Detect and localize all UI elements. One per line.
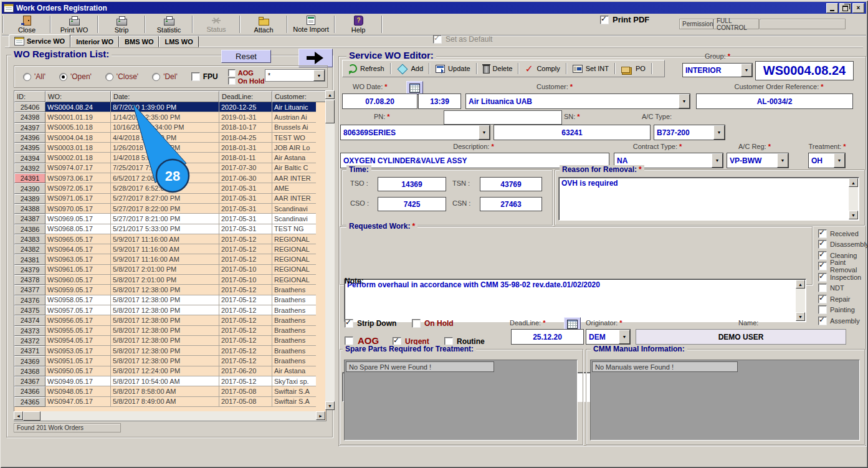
table-row[interactable]: 24378 WS0960.05.17 5/8/2017 2:01:00 PM 2… bbox=[14, 275, 326, 285]
dropdown-arrow-icon[interactable]: ▼ bbox=[712, 153, 723, 168]
wo-search-dropdown[interactable]: * ▼ bbox=[265, 69, 325, 82]
table-row[interactable]: 25406 WS0004.08.24 8/7/2020 1:39:00 PM 2… bbox=[14, 102, 326, 112]
table-row[interactable]: 24373 WS0955.05.17 5/8/2017 12:38:00 PM … bbox=[14, 326, 326, 336]
checkbox-received[interactable]: Received bbox=[818, 228, 867, 239]
pn-dropdown[interactable]: 806369SERIES ▼ bbox=[340, 125, 490, 140]
table-row[interactable]: 24391 WS0973.06.17 6/5/2017 2:08:00 PM 2… bbox=[14, 173, 326, 183]
dropdown-arrow-icon[interactable]: ▼ bbox=[834, 153, 845, 168]
table-row[interactable]: 24372 WS0954.05.17 5/8/2017 12:38:00 PM … bbox=[14, 336, 326, 346]
table-row[interactable]: 24374 WS0956.05.17 5/8/2017 12:38:00 PM … bbox=[14, 315, 326, 325]
note-import-button[interactable]: Note Import bbox=[289, 14, 333, 35]
table-row[interactable]: 24395 WS0003.01.18 1/26/2018 5:00:00 PM … bbox=[14, 143, 326, 153]
tab-bms-wo[interactable]: BMS WO bbox=[119, 36, 159, 47]
scroll-up-icon[interactable]: ▲ bbox=[796, 280, 805, 289]
set-int-button[interactable]: Set INT bbox=[567, 62, 614, 75]
table-row[interactable]: 24377 WS0959.05.17 5/8/2017 12:38:00 PM … bbox=[14, 285, 326, 295]
checkbox-inspection[interactable]: Inspection bbox=[818, 272, 867, 283]
table-row[interactable]: 24392 WS0974.07.17 7/25/2017 7:00:00 PM … bbox=[14, 163, 326, 173]
tab-service-wo[interactable]: Service WO bbox=[9, 34, 70, 47]
scroll-up-icon[interactable]: ▲ bbox=[325, 90, 335, 99]
tso-field[interactable]: 14369 bbox=[378, 177, 446, 191]
dropdown-arrow-icon[interactable]: ▼ bbox=[713, 125, 725, 140]
checkbox-repair[interactable]: Repair bbox=[818, 294, 867, 305]
acreg-dropdown[interactable]: VP-BWW ▼ bbox=[727, 153, 789, 168]
group-dropdown[interactable]: INTERIOR ▼ bbox=[682, 63, 753, 77]
radio-all[interactable]: 'All' bbox=[23, 72, 45, 81]
table-row[interactable]: 24387 WS0969.05.17 5/27/2017 8:21:00 PM … bbox=[14, 214, 326, 224]
attach-button[interactable]: Attach bbox=[241, 14, 286, 35]
onhold-filter-checkbox[interactable]: On Hold bbox=[228, 77, 265, 85]
tab-interior-wo[interactable]: Interior WO bbox=[70, 36, 119, 47]
update-button[interactable]: Update bbox=[430, 62, 475, 75]
checkbox-paint-removal[interactable]: Paint Removal bbox=[818, 261, 867, 272]
strip-down-checkbox[interactable]: Strip Down bbox=[345, 319, 396, 328]
scroll-up-icon[interactable]: ▲ bbox=[849, 178, 858, 187]
customer-order-reference-field[interactable]: AL-0034/2 bbox=[696, 93, 853, 109]
reason-textarea[interactable]: OVH is required ▲ ▼ bbox=[558, 177, 859, 221]
col-header-customer[interactable]: Customer: bbox=[272, 91, 326, 102]
col-header-date[interactable]: Date: bbox=[111, 91, 219, 102]
wo-date-field[interactable]: 07.08.20 bbox=[342, 93, 417, 109]
table-row[interactable]: 24366 WS0948.05.17 5/8/2017 8:58:00 AM 2… bbox=[14, 386, 326, 396]
reason-scrollbar[interactable]: ▲ ▼ bbox=[849, 178, 858, 219]
tsn-field[interactable]: 43769 bbox=[480, 177, 542, 191]
delete-button[interactable]: Delete bbox=[477, 62, 518, 75]
col-header-wo[interactable]: WO: bbox=[45, 91, 111, 102]
csn-field[interactable]: 27463 bbox=[480, 197, 542, 211]
minimize-button[interactable] bbox=[826, 3, 838, 13]
scroll-down-icon[interactable]: ▼ bbox=[325, 401, 335, 410]
table-row[interactable]: 24375 WS0957.05.17 5/8/2017 12:38:00 PM … bbox=[14, 305, 326, 315]
table-row[interactable]: 24367 WS0949.05.17 5/8/2017 10:54:00 AM … bbox=[14, 376, 326, 386]
on-hold-checkbox[interactable]: On Hold bbox=[412, 319, 454, 328]
table-row[interactable]: 24382 WS0964.05.17 5/9/2017 11:16:00 AM … bbox=[14, 244, 326, 254]
vertical-scroll-thumb[interactable] bbox=[325, 100, 335, 123]
table-row[interactable]: 24394 WS0002.01.18 1/4/2018 5:00:00 PM 2… bbox=[14, 153, 326, 163]
table-row[interactable]: 24369 WS0951.05.17 5/8/2017 12:38:00 PM … bbox=[14, 356, 326, 366]
table-row[interactable]: 24379 WS0961.05.17 5/8/2017 2:01:00 PM 2… bbox=[14, 265, 326, 275]
radio-del[interactable]: 'Del' bbox=[152, 72, 178, 81]
checkbox-assembly[interactable]: Assembly bbox=[818, 315, 867, 327]
col-header-deadline[interactable]: DeadLine: bbox=[219, 91, 272, 102]
requested-work-textarea[interactable]: Perform overhaul in accordance with CMM … bbox=[344, 279, 806, 322]
scroll-left-icon[interactable]: ◄ bbox=[14, 411, 23, 420]
fpu-checkbox[interactable]: FPU bbox=[191, 72, 218, 81]
add-button[interactable]: Add bbox=[391, 62, 429, 75]
dropdown-arrow-icon[interactable]: ▼ bbox=[741, 64, 752, 77]
status-button[interactable]: Status bbox=[194, 14, 239, 35]
dropdown-arrow-icon[interactable]: ▼ bbox=[679, 94, 690, 108]
po-button[interactable]: PO bbox=[616, 62, 651, 75]
close-button[interactable]: Close bbox=[4, 14, 49, 35]
table-row[interactable]: 24383 WS0965.05.17 5/9/2017 11:16:00 AM … bbox=[14, 234, 326, 244]
radio-open[interactable]: 'Open' bbox=[59, 72, 92, 81]
table-row[interactable]: 24371 WS0953.05.17 5/8/2017 12:38:00 PM … bbox=[14, 346, 326, 356]
comply-button[interactable]: Comply bbox=[519, 62, 565, 75]
table-row[interactable]: 24389 WS0971.05.17 5/27/2017 8:27:00 PM … bbox=[14, 194, 326, 204]
scroll-right-icon[interactable]: ► bbox=[316, 411, 325, 420]
treatment-dropdown[interactable]: OH ▼ bbox=[808, 153, 846, 168]
table-row[interactable]: 24398 WS0001.01.19 1/14/2019 2:35:00 PM … bbox=[14, 112, 326, 122]
table-row[interactable]: 24390 WS0972.05.17 5/28/2017 6:52:00 PM … bbox=[14, 183, 326, 193]
statistic-button[interactable]: Statistic bbox=[146, 14, 191, 35]
set-as-default-checkbox[interactable] bbox=[433, 35, 442, 44]
dropdown-arrow-icon[interactable]: ▼ bbox=[619, 330, 630, 344]
tab-lms-wo[interactable]: LMS WO bbox=[159, 36, 198, 47]
table-row[interactable]: 24386 WS0968.05.17 5/21/2017 5:33:00 PM … bbox=[14, 224, 326, 234]
actype-dropdown[interactable]: B737-200 ▼ bbox=[654, 125, 725, 140]
deadline-field[interactable]: 25.12.20 bbox=[511, 329, 584, 345]
next-panel-arrow-button[interactable] bbox=[298, 49, 333, 67]
reset-button[interactable]: Reset bbox=[221, 50, 271, 63]
checkbox-ndt[interactable]: NDT bbox=[818, 283, 867, 294]
table-row[interactable]: 24397 WS0005.10.18 10/16/2018 3:34:00 PM… bbox=[14, 123, 326, 133]
wo-time-field[interactable]: 13:39 bbox=[418, 93, 461, 109]
radio-close[interactable]: 'Close' bbox=[105, 72, 138, 81]
restore-button[interactable] bbox=[839, 3, 851, 13]
print-pdf-checkbox[interactable] bbox=[600, 16, 609, 24]
sn-field[interactable]: 63241 bbox=[494, 125, 651, 140]
table-horizontal-scrollbar[interactable]: ◄ ► bbox=[14, 411, 325, 421]
refresh-button[interactable]: Refresh bbox=[343, 62, 390, 75]
table-vertical-scrollbar[interactable]: ▲ ▼ bbox=[325, 90, 335, 410]
table-row[interactable]: 24376 WS0958.05.17 5/8/2017 12:38:00 PM … bbox=[14, 295, 326, 305]
requested-work-scrollbar[interactable]: ▲ ▼ bbox=[796, 280, 805, 321]
table-row[interactable]: 24368 WS0950.05.17 5/8/2017 12:24:00 PM … bbox=[14, 366, 326, 376]
horizontal-scroll-thumb[interactable] bbox=[23, 411, 41, 421]
